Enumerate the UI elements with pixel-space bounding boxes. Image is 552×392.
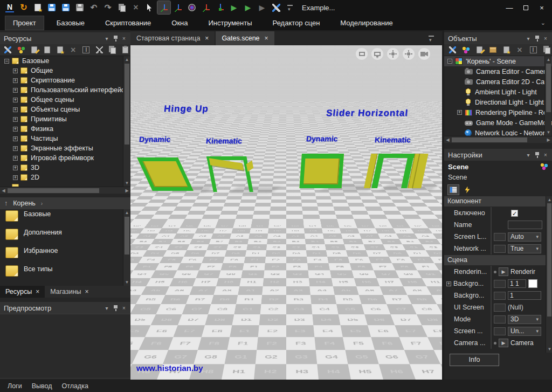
cut-button[interactable]: [94, 45, 104, 55]
default-box[interactable]: [494, 304, 506, 312]
default-box[interactable]: [494, 233, 506, 241]
play-map-button[interactable]: [242, 1, 254, 14]
undo-button[interactable]: [87, 1, 100, 14]
expander-icon[interactable]: +: [13, 78, 18, 83]
save-button[interactable]: [45, 1, 58, 14]
tree-item[interactable]: +Физика: [0, 124, 130, 134]
list-item[interactable]: Избранное: [0, 246, 130, 264]
events-view-button[interactable]: [461, 184, 473, 195]
tree-item[interactable]: +Общие: [0, 66, 130, 75]
breadcrumb-up-icon[interactable]: ↑: [4, 200, 8, 207]
status-Логи[interactable]: Логи: [8, 382, 22, 390]
tree-item[interactable]: +Примитивы: [0, 114, 130, 124]
text-field[interactable]: 1: [508, 291, 541, 300]
close-button[interactable]: ×: [534, 1, 550, 14]
menu-Инструменты[interactable]: Инструменты: [201, 16, 260, 30]
redo-button[interactable]: [101, 1, 114, 14]
menu-Редактор сцен[interactable]: Редактор сцен: [265, 16, 328, 30]
dropdown[interactable]: Un...▾: [508, 327, 541, 336]
expander-icon[interactable]: −: [4, 59, 9, 64]
watermark-link[interactable]: www.historian.by: [136, 363, 203, 373]
expander-icon[interactable]: +: [13, 98, 18, 102]
expander-icon[interactable]: +: [13, 146, 18, 151]
panel-dropdown-icon[interactable]: ▾: [102, 35, 111, 42]
panel-pin-icon[interactable]: [111, 304, 120, 312]
color-swatch[interactable]: [528, 279, 537, 288]
scene-tree-item[interactable]: +Rendering Pipeline - Rer: [444, 107, 552, 118]
list-item[interactable]: Дополнения: [0, 228, 130, 246]
dock-tab-Магазины[interactable]: Магазины×: [45, 286, 94, 298]
settings-vscroll[interactable]: ▲ ▼: [546, 196, 552, 353]
default-box[interactable]: [494, 315, 506, 324]
play-scene-button[interactable]: [227, 1, 240, 14]
dropdown[interactable]: True▾: [508, 244, 541, 253]
expander-icon[interactable]: +: [13, 117, 18, 122]
panel-close-icon[interactable]: ×: [541, 35, 550, 42]
dropdown[interactable]: Auto▾: [508, 232, 541, 242]
color-value-field[interactable]: 1 1: [508, 279, 526, 288]
move-selected-button[interactable]: [157, 1, 170, 14]
scale-button[interactable]: [199, 1, 212, 14]
scene-tree-item[interactable]: Camera Editor 2D - Cam: [444, 77, 552, 87]
default-box[interactable]: [494, 292, 506, 300]
tab-close-icon[interactable]: ×: [36, 288, 39, 295]
doc-tab[interactable]: Gates.scene×: [216, 31, 274, 45]
new-file-button[interactable]: [31, 1, 44, 14]
play-disabled-button[interactable]: [256, 1, 268, 14]
resources-tree-hscroll[interactable]: ◀ ▶: [0, 187, 130, 194]
panel-close-icon[interactable]: ×: [120, 304, 128, 312]
tree-item[interactable]: +Общее сцены: [0, 95, 130, 105]
viewport-3d[interactable]: H7H8H1H2H3H4H5H6H7H8H1H2H3H4H5H6H7H8H1H2…: [130, 45, 442, 380]
properties-view-button[interactable]: [447, 184, 459, 195]
edit-resource-button[interactable]: [29, 45, 39, 55]
tree-item[interactable]: +Пользовательский интерфейс: [0, 85, 130, 95]
scene-tree-item[interactable]: Game Mode - GameMode: [444, 118, 552, 128]
expander-icon[interactable]: +: [13, 175, 18, 180]
save-all-button[interactable]: [59, 1, 72, 14]
frame-button[interactable]: [356, 48, 368, 60]
select-button[interactable]: [143, 1, 156, 14]
list-item[interactable]: Все типы: [0, 264, 130, 283]
info-button[interactable]: Info: [450, 354, 499, 366]
light-b-button[interactable]: [403, 48, 415, 60]
overflow-button[interactable]: [284, 1, 296, 14]
expander-icon[interactable]: −: [447, 59, 452, 64]
panel-dropdown-icon[interactable]: ▾: [102, 304, 111, 312]
expander-icon[interactable]: +: [13, 127, 18, 132]
expander-icon[interactable]: +: [13, 166, 18, 170]
transform-button[interactable]: [213, 1, 226, 14]
settings-wrench-button[interactable]: [447, 45, 458, 55]
resources-tree-vscroll[interactable]: ▲ ▼: [123, 56, 130, 187]
status-Вывод[interactable]: Вывод: [32, 382, 52, 390]
import-resource-button[interactable]: [42, 45, 52, 55]
tree-item[interactable]: +Частицы: [0, 134, 130, 143]
expand-reference-button[interactable]: ▶: [499, 339, 508, 347]
menu-Скриптование[interactable]: Скриптование: [98, 16, 158, 30]
light-a-button[interactable]: [387, 48, 399, 60]
tree-item[interactable]: +Скриптование: [0, 75, 130, 85]
objects-tree-hscroll[interactable]: ◀ ▶: [444, 136, 552, 143]
tree-item[interactable]: +3D: [0, 163, 130, 173]
paste-button[interactable]: [120, 45, 130, 55]
tabbar-menu-button[interactable]: [425, 32, 438, 45]
dropdown[interactable]: 3D▾: [508, 315, 541, 324]
checkbox[interactable]: ✓: [511, 210, 518, 217]
dock-tab-Ресурсы[interactable]: Ресурсы×: [0, 286, 45, 298]
tree-item[interactable]: +Игровой фреймворк: [0, 153, 130, 163]
tree-item[interactable]: [0, 182, 130, 187]
default-box[interactable]: [494, 280, 506, 288]
folder-list-vscroll[interactable]: ▲ ▼: [123, 209, 130, 286]
duplicate-object-button[interactable]: [541, 45, 552, 55]
panel-close-icon[interactable]: ×: [120, 35, 128, 42]
refresh-button[interactable]: [17, 1, 30, 14]
new-resource-button[interactable]: [55, 45, 65, 55]
settings-wrench-button[interactable]: [3, 45, 13, 55]
menu-Проект[interactable]: Проект: [5, 16, 44, 30]
tools-button[interactable]: [270, 1, 282, 14]
text-field[interactable]: [508, 221, 542, 229]
objects-tree-vscroll[interactable]: ▲ ▼: [544, 56, 551, 136]
minimize-button[interactable]: —: [501, 1, 518, 14]
expand-reference-button[interactable]: ▶: [499, 267, 508, 276]
scene-tree-item[interactable]: Directional Light - Light: [444, 97, 552, 107]
duplicate-button[interactable]: [115, 1, 128, 14]
